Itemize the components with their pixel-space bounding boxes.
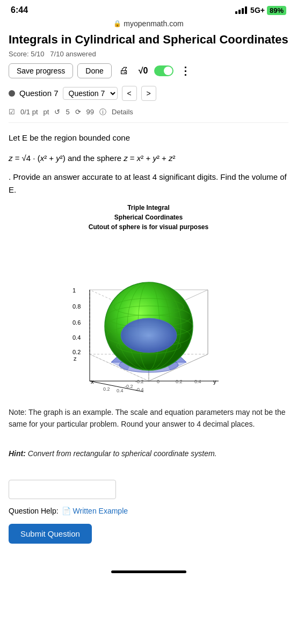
signal-icon	[235, 6, 247, 14]
3d-graph: z 1 0.8 0.6 0.4 0.2 x y 0.2 0.4 -0.2 0	[57, 236, 240, 399]
doc-icon: 📄	[62, 507, 71, 515]
lock-icon: 🔒	[113, 20, 121, 27]
toolbar: Save progress Done 🖨 √0 ⋮	[9, 63, 288, 78]
problem-intro: Let E be the region bounded cone	[9, 131, 288, 144]
save-progress-button[interactable]: Save progress	[9, 63, 73, 78]
domain-text: myopenmath.com	[124, 19, 183, 28]
meta-row: ☑ 0/1 pt pt ↺ 5 ⟳ 99 ⓘ Details	[9, 107, 288, 123]
svg-text:0.6: 0.6	[73, 319, 81, 326]
question-help-row: Question Help: 📄 Written Example	[9, 507, 288, 515]
answer-input[interactable]	[9, 480, 116, 499]
hint-text: Hint: Convert from rectangular to spheri…	[9, 448, 288, 459]
checkbox-icon: ☑	[9, 108, 15, 116]
question-status-dot	[9, 90, 15, 97]
pt-label: pt	[44, 108, 49, 116]
written-example-label: Written Example	[73, 507, 128, 515]
done-button[interactable]: Done	[77, 63, 111, 78]
svg-text:0.2: 0.2	[73, 349, 81, 355]
svg-text:-0.4: -0.4	[135, 387, 144, 392]
graph-caption: Triple Integral Spherical Coordinates Cu…	[9, 203, 288, 232]
graph-caption-2: Spherical Coordinates	[9, 213, 288, 222]
sqrt-button[interactable]: √0	[136, 65, 150, 77]
points-display: 0/1 pt	[20, 108, 38, 116]
score-value: Score: 5/10	[9, 50, 45, 58]
question-help-label: Question Help:	[9, 507, 59, 515]
svg-text:0.4: 0.4	[73, 334, 81, 341]
svg-text:0.4: 0.4	[194, 379, 201, 384]
retries-count: 5	[66, 108, 69, 116]
hint-content: Convert from rectangular to spherical co…	[28, 449, 217, 458]
svg-point-25	[121, 318, 177, 353]
svg-text:0.4: 0.4	[117, 388, 124, 393]
graph-container: Triple Integral Spherical Coordinates Cu…	[9, 203, 288, 399]
status-bar: 6:44 5G+ 89%	[0, 0, 297, 17]
score-line: Score: 5/10 7/10 answered	[9, 50, 288, 58]
svg-text:0: 0	[157, 379, 160, 384]
info-icon: ⓘ	[99, 107, 106, 117]
prev-question-button[interactable]: <	[122, 86, 137, 101]
toggle-switch[interactable]	[154, 65, 173, 76]
svg-text:0.2: 0.2	[176, 379, 183, 384]
details-link[interactable]: Details	[112, 108, 133, 116]
svg-text:y: y	[213, 378, 216, 385]
network-type: 5G+	[250, 6, 265, 14]
svg-text:z: z	[74, 355, 77, 362]
graph-caption-3: Cutout of sphere is for visual purposes	[9, 222, 288, 232]
retry-icon: ↺	[54, 108, 60, 116]
svg-text:0.8: 0.8	[73, 303, 81, 310]
problem-intro-text: Let E be the region bounded cone	[9, 133, 130, 142]
page-title: Integrals in Cylindrical and Spherical C…	[9, 32, 288, 48]
svg-text:1: 1	[73, 287, 76, 294]
attempts-icon: ⟳	[75, 108, 81, 116]
math-formula: z = √4 · (x² + y²) and the sphere z = x²…	[9, 151, 288, 165]
svg-text:-0.2: -0.2	[135, 379, 144, 384]
next-question-button[interactable]: >	[141, 86, 156, 101]
question-label: Question 7	[19, 89, 59, 98]
status-icons: 5G+ 89%	[235, 6, 286, 15]
url-bar: 🔒 myopenmath.com	[0, 17, 297, 32]
svg-text:0.2: 0.2	[103, 386, 110, 392]
hint-label: Hint:	[9, 449, 26, 458]
svg-text:-0.2: -0.2	[125, 384, 133, 389]
print-button[interactable]: 🖨	[116, 64, 132, 77]
problem-note-text: . Provide an answer accurate to at least…	[9, 172, 287, 194]
home-indicator	[111, 570, 186, 573]
battery-indicator: 89%	[267, 6, 286, 15]
attempts-count: 99	[86, 108, 94, 116]
written-example-link[interactable]: 📄 Written Example	[62, 507, 128, 515]
main-content: Integrals in Cylindrical and Spherical C…	[0, 32, 297, 554]
question-nav-row: Question 7 Question 7 < >	[9, 86, 288, 101]
answered-count: 7/10 answered	[50, 50, 96, 58]
time-display: 6:44	[11, 5, 28, 15]
more-options-button[interactable]: ⋮	[178, 65, 193, 76]
problem-note: . Provide an answer accurate to at least…	[9, 171, 288, 196]
submit-question-button[interactable]: Submit Question	[9, 524, 92, 544]
graph-caption-1: Triple Integral	[9, 203, 288, 213]
question-dropdown[interactable]: Question 7	[63, 87, 118, 100]
note-text: Note: The graph is an example. The scale…	[9, 406, 288, 430]
